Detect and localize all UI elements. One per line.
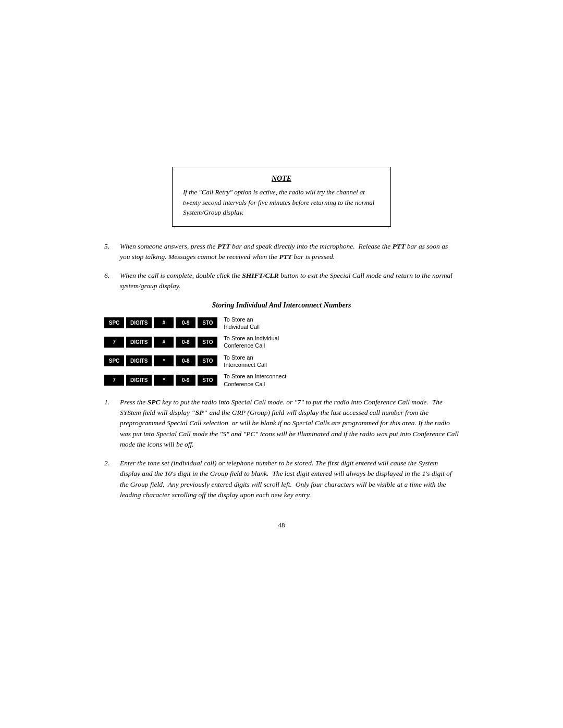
button-row-2: 7 DIGITS # 0-8 STO To Store an Individua… <box>104 335 459 350</box>
btn-sto-1: STO <box>198 317 217 328</box>
numbered-item-2: 2. Enter the tone set (individual call) … <box>104 458 459 500</box>
list-item-6: 6. When the call is complete, double cli… <box>104 270 459 292</box>
page-number: 48 <box>104 521 459 529</box>
numbered-number-2: 2. <box>104 458 120 500</box>
btn-sto-2: STO <box>198 337 217 348</box>
note-text: If the "Call Retry" option is active, th… <box>183 187 380 218</box>
btn-sto-4: STO <box>198 375 217 386</box>
list-number-6: 6. <box>104 270 120 292</box>
numbered-content-1: Press the SPC key to put the radio into … <box>120 397 459 450</box>
row-label-3: To Store anInterconnect Call <box>224 354 267 369</box>
btn-hash-1: # <box>154 317 174 328</box>
btn-star-3: * <box>154 355 174 366</box>
btn-spc-3: SPC <box>104 355 124 366</box>
row-label-2: To Store an IndividualConference Call <box>224 335 279 350</box>
button-row-4: 7 DIGITS * 0-9 STO To Store an Interconn… <box>104 373 459 388</box>
note-title: NOTE <box>183 175 380 183</box>
section-heading: Storing Individual And Interconnect Numb… <box>104 301 459 310</box>
btn-digits-1: DIGITS <box>126 317 152 328</box>
button-row-3: SPC DIGITS * 0-8 STO To Store anIntercon… <box>104 354 459 369</box>
btn-09-1: 0-9 <box>176 317 195 328</box>
button-row-1: SPC DIGITS # 0-9 STO To Store anIndividu… <box>104 316 459 331</box>
top-spacer <box>104 42 459 167</box>
note-box: NOTE If the "Call Retry" option is activ… <box>172 167 391 227</box>
btn-digits-2: DIGITS <box>126 337 152 348</box>
btn-digits-3: DIGITS <box>126 355 152 366</box>
button-rows: SPC DIGITS # 0-9 STO To Store anIndividu… <box>104 316 459 388</box>
btn-star-4: * <box>154 375 174 386</box>
btn-hash-2: # <box>154 337 174 348</box>
btn-08-2: 0-8 <box>176 337 195 348</box>
btn-sto-3: STO <box>198 355 217 366</box>
btn-digits-4: DIGITS <box>126 375 152 386</box>
btn-09-4: 0-9 <box>176 375 195 386</box>
btn-08-3: 0-8 <box>176 355 195 366</box>
row-label-4: To Store an InterconnectConference Call <box>224 373 286 388</box>
row-label-1: To Store anIndividual Call <box>224 316 259 331</box>
btn-7-4: 7 <box>104 375 124 386</box>
numbered-content-2: Enter the tone set (individual call) or … <box>120 458 459 500</box>
btn-spc-1: SPC <box>104 317 124 328</box>
list-content-6: When the call is complete, double click … <box>120 270 459 292</box>
page-container: NOTE If the "Call Retry" option is activ… <box>104 0 459 728</box>
list-content-5: When someone answers, press the PTT bar … <box>120 241 459 263</box>
list-item-5: 5. When someone answers, press the PTT b… <box>104 241 459 263</box>
btn-7-2: 7 <box>104 337 124 348</box>
numbered-item-1: 1. Press the SPC key to put the radio in… <box>104 397 459 450</box>
list-number-5: 5. <box>104 241 120 263</box>
numbered-number-1: 1. <box>104 397 120 450</box>
